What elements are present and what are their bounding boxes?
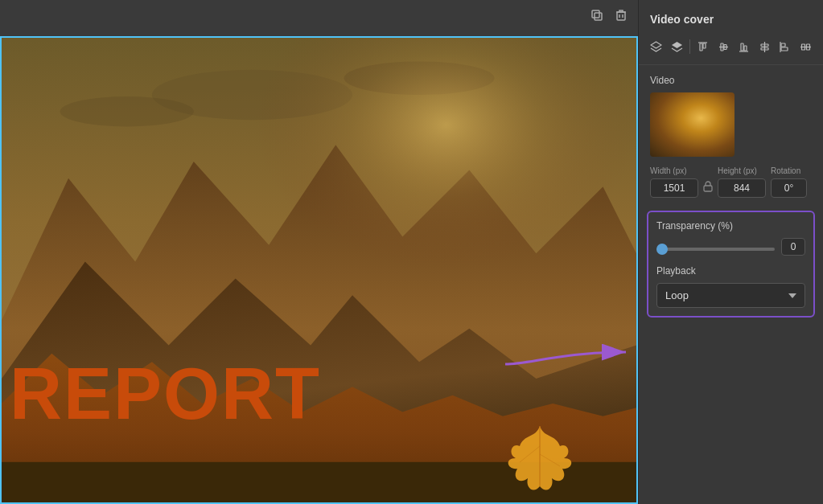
lock-icon[interactable]	[703, 181, 713, 195]
transparency-slider[interactable]	[656, 248, 775, 251]
height-group: Height (px)	[718, 166, 766, 198]
transparency-value-input[interactable]	[781, 238, 805, 256]
copy-icon[interactable]	[588, 6, 606, 24]
canvas-topbar	[588, 6, 630, 24]
svg-rect-33	[781, 43, 785, 47]
svg-rect-1	[592, 10, 599, 18]
layer-icon[interactable]	[647, 37, 666, 56]
panel-title: Video cover	[639, 0, 823, 34]
width-label: Width (px)	[650, 166, 698, 175]
svg-rect-27	[741, 43, 743, 51]
video-preview-canvas: REPORT	[0, 36, 638, 504]
svg-rect-0	[595, 13, 602, 20]
video-thumbnail[interactable]	[650, 92, 735, 157]
report-text: REPORT	[10, 358, 321, 430]
toolbar-icons	[639, 34, 823, 65]
svg-rect-2	[617, 12, 625, 20]
leaf-decoration	[492, 422, 588, 502]
video-label: Video	[650, 75, 812, 86]
layer-filled-icon[interactable]	[668, 37, 687, 56]
playback-select[interactable]: Loop Once Bounce	[656, 283, 805, 308]
align-bottom-icon[interactable]	[735, 37, 754, 56]
svg-marker-18	[651, 42, 661, 48]
svg-rect-34	[781, 47, 788, 51]
right-panel: Video cover	[638, 0, 823, 504]
align-left-v-icon[interactable]	[776, 37, 795, 56]
toolbar-divider-1	[689, 39, 690, 54]
svg-rect-38	[704, 186, 712, 191]
canvas-area: REPORT	[0, 0, 638, 504]
height-input[interactable]	[718, 178, 766, 198]
transparency-slider-row	[656, 238, 805, 256]
playback-container: Playback Loop Once Bounce	[656, 265, 805, 308]
rotation-input[interactable]	[771, 178, 807, 198]
video-thumb-inner	[650, 92, 735, 157]
distribute-h-icon[interactable]	[796, 37, 816, 56]
transparency-section: Transparency (%) Playback Loop Once Boun…	[647, 211, 815, 318]
playback-label: Playback	[656, 265, 805, 277]
rotation-group: Rotation	[771, 166, 807, 198]
width-input[interactable]	[650, 178, 698, 198]
svg-rect-22	[703, 43, 706, 48]
svg-marker-19	[672, 42, 682, 48]
rotation-label: Rotation	[771, 166, 807, 175]
dimensions-row: Width (px) Height (px) Rotation	[639, 166, 823, 206]
video-background: REPORT	[2, 38, 636, 502]
height-label: Height (px)	[718, 166, 766, 175]
delete-icon[interactable]	[612, 6, 630, 24]
transparency-slider-container	[656, 240, 775, 254]
svg-rect-21	[700, 43, 702, 51]
width-group: Width (px)	[650, 166, 698, 198]
distribute-v-icon[interactable]	[755, 37, 774, 56]
video-section: Video	[639, 65, 823, 166]
align-middle-icon[interactable]	[714, 37, 733, 56]
svg-rect-28	[744, 46, 747, 51]
align-top-icon[interactable]	[693, 37, 713, 56]
transparency-label: Transparency (%)	[656, 220, 805, 232]
